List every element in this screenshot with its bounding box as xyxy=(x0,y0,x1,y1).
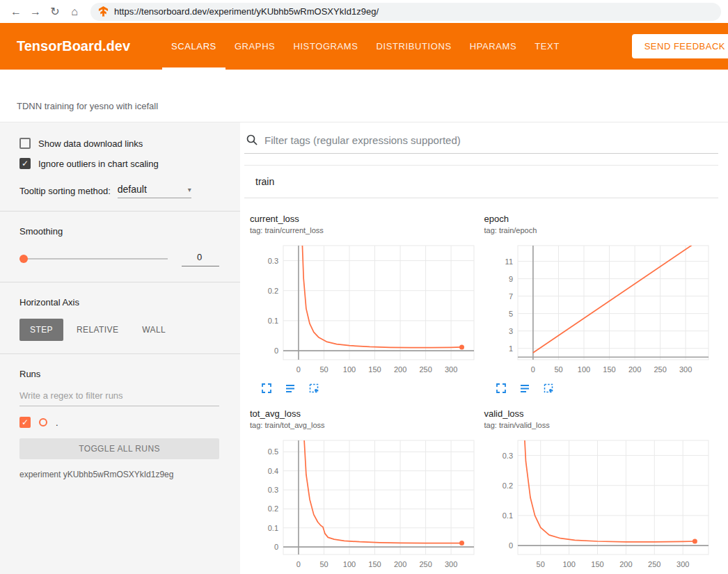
show-download-links-row[interactable]: Show data download links xyxy=(19,138,219,149)
svg-text:300: 300 xyxy=(445,560,457,568)
tooltip-sorting-label: Tooltip sorting method: xyxy=(19,186,111,196)
svg-text:250: 250 xyxy=(648,560,660,568)
svg-text:0.4: 0.4 xyxy=(268,467,278,475)
smoothing-slider-thumb[interactable] xyxy=(19,255,28,263)
tab-scalars[interactable]: SCALARS xyxy=(162,23,225,70)
chart-card: epoch tag: train/epoch 05010015020025030… xyxy=(484,214,719,394)
svg-text:100: 100 xyxy=(577,365,589,374)
svg-text:50: 50 xyxy=(319,560,328,568)
smoothing-slider[interactable] xyxy=(19,254,168,264)
url-bar[interactable]: https://tensorboard.dev/experiment/yKUbh… xyxy=(90,3,721,21)
axis-mode-wall[interactable]: WALL xyxy=(132,319,176,341)
data-series-lines-icon[interactable] xyxy=(285,383,296,394)
svg-text:250: 250 xyxy=(654,365,666,374)
show-download-links-checkbox[interactable] xyxy=(19,138,31,149)
chart-tag: tag: train/epoch xyxy=(484,226,719,234)
chart-tag: tag: train/valid_loss xyxy=(484,421,719,429)
svg-text:5: 5 xyxy=(508,310,512,318)
tab-distributions[interactable]: DISTRIBUTIONS xyxy=(367,23,461,70)
svg-text:0.2: 0.2 xyxy=(268,287,278,295)
smoothing-value[interactable]: 0 xyxy=(182,250,219,266)
fit-domain-icon[interactable] xyxy=(543,383,555,394)
app-logo: TensorBoard.dev xyxy=(17,23,130,70)
tab-text[interactable]: TEXT xyxy=(525,23,569,70)
fit-domain-icon[interactable] xyxy=(308,383,320,394)
horizontal-axis-label: Horizontal Axis xyxy=(19,297,219,308)
toggle-all-runs-button[interactable]: TOGGLE ALL RUNS xyxy=(19,438,219,459)
svg-text:200: 200 xyxy=(394,365,406,374)
tag-filter-input[interactable] xyxy=(264,134,718,146)
experiment-title-band: TDNN training for yesno with icefall xyxy=(0,70,728,122)
svg-text:0.1: 0.1 xyxy=(268,524,278,532)
nav-tabs: SCALARS GRAPHS HISTOGRAMS DISTRIBUTIONS … xyxy=(162,23,569,70)
svg-text:3: 3 xyxy=(508,327,512,335)
run-name: . xyxy=(56,417,58,428)
runs-label: Runs xyxy=(19,369,219,379)
divider xyxy=(0,353,240,354)
chart-tag: tag: train/current_loss xyxy=(250,226,484,234)
reload-button[interactable]: ↻ xyxy=(46,3,64,21)
svg-text:0: 0 xyxy=(296,560,301,568)
svg-text:0.5: 0.5 xyxy=(268,447,278,456)
svg-text:150: 150 xyxy=(368,560,381,568)
svg-text:300: 300 xyxy=(679,365,691,374)
divider xyxy=(0,211,240,212)
line-chart[interactable]: 5010015020025030000.10.20.3 xyxy=(484,436,719,574)
chart-tag: tag: train/tot_avg_loss xyxy=(250,421,484,429)
chart-title: tot_avg_loss xyxy=(250,408,484,419)
train-section-card: train current_loss tag: train/current_lo… xyxy=(244,165,718,574)
svg-text:100: 100 xyxy=(562,560,575,568)
line-chart[interactable]: 05010015020025030000.10.20.30.40.5 xyxy=(250,436,484,574)
svg-text:0: 0 xyxy=(508,541,512,550)
chart-actions xyxy=(250,383,484,394)
runs-filter-input[interactable] xyxy=(19,388,219,406)
general-settings-section: Show data download links Ignore outliers… xyxy=(0,138,240,211)
tab-hparams[interactable]: HPARAMS xyxy=(461,23,526,70)
show-download-links-label: Show data download links xyxy=(38,138,143,149)
smoothing-section: Smoothing 0 xyxy=(0,226,240,282)
section-title: train xyxy=(255,176,274,187)
train-section-header[interactable]: train xyxy=(244,166,718,198)
content-row: Show data download links Ignore outliers… xyxy=(0,122,728,574)
svg-text:50: 50 xyxy=(554,365,562,374)
svg-text:0.2: 0.2 xyxy=(502,481,512,490)
forward-button[interactable]: → xyxy=(26,3,45,21)
svg-text:150: 150 xyxy=(368,365,381,374)
tooltip-sorting-dropdown[interactable]: default ▾ xyxy=(118,184,191,198)
data-series-lines-icon[interactable] xyxy=(519,383,531,394)
ignore-outliers-row[interactable]: Ignore outliers in chart scaling xyxy=(19,158,219,169)
svg-text:100: 100 xyxy=(343,560,356,568)
chart-card: valid_loss tag: train/valid_loss 5010015… xyxy=(484,408,719,574)
svg-text:150: 150 xyxy=(591,560,603,568)
tag-filter-row xyxy=(244,134,718,154)
run-list-item[interactable]: . xyxy=(19,417,219,428)
chevron-down-icon: ▾ xyxy=(188,186,191,193)
svg-text:0: 0 xyxy=(296,365,301,374)
svg-text:7: 7 xyxy=(508,292,512,301)
home-button[interactable]: ⌂ xyxy=(65,3,84,21)
tab-graphs[interactable]: GRAPHS xyxy=(225,23,285,70)
expand-chart-icon[interactable] xyxy=(261,383,273,394)
line-chart[interactable]: 05010015020025030000.10.20.3 xyxy=(250,241,484,381)
run-checkbox[interactable] xyxy=(19,417,31,428)
line-chart[interactable]: 0501001502002503001357911 xyxy=(484,241,719,381)
chart-card: current_loss tag: train/current_loss 050… xyxy=(250,214,484,394)
svg-text:50: 50 xyxy=(319,365,328,374)
url-text: https://tensorboard.dev/experiment/yKUbh… xyxy=(114,6,379,17)
svg-text:0.2: 0.2 xyxy=(268,504,278,513)
axis-mode-step[interactable]: STEP xyxy=(19,319,63,341)
app-header: TensorBoard.dev SCALARS GRAPHS HISTOGRAM… xyxy=(0,23,728,70)
svg-text:200: 200 xyxy=(628,365,640,374)
runs-section: Runs . TOGGLE ALL RUNS experiment yKUbhb… xyxy=(0,369,240,492)
expand-chart-icon[interactable] xyxy=(496,383,507,394)
charts-grid: current_loss tag: train/current_loss 050… xyxy=(244,198,718,574)
ignore-outliers-checkbox[interactable] xyxy=(19,158,31,169)
experiment-title: TDNN training for yesno with icefall xyxy=(17,101,158,111)
tab-histograms[interactable]: HISTOGRAMS xyxy=(284,23,367,70)
send-feedback-button[interactable]: SEND FEEDBACK xyxy=(632,34,728,58)
chart-title: current_loss xyxy=(250,214,484,224)
tooltip-sorting-value: default xyxy=(118,184,147,195)
back-button[interactable]: ← xyxy=(7,3,25,21)
axis-mode-relative[interactable]: RELATIVE xyxy=(66,319,129,341)
ignore-outliers-label: Ignore outliers in chart scaling xyxy=(38,159,159,169)
